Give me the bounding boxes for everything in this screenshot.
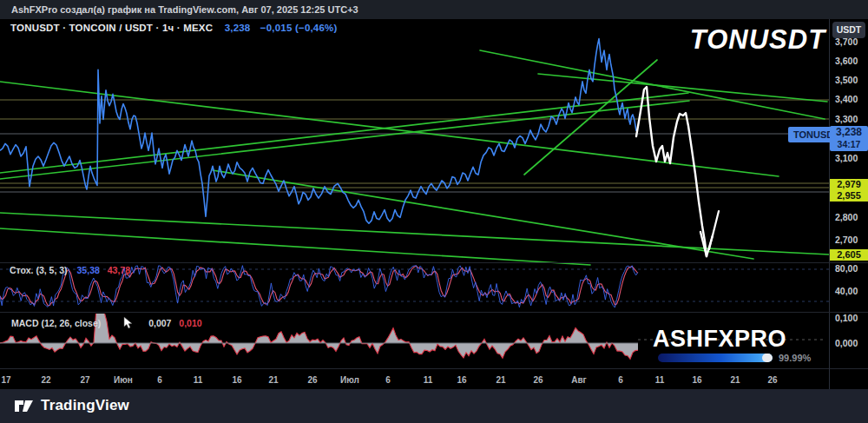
price-tick: 3,300 <box>835 114 858 124</box>
macd-value: 0,007 <box>148 318 171 328</box>
price-tick: 3,100 <box>835 153 858 163</box>
legend-last-price: 3,238 <box>225 23 251 33</box>
stoch-d-value: 43,78 <box>108 265 130 275</box>
alert-price-label: 2,605 <box>830 249 868 261</box>
stoch-k-value: 35,38 <box>77 265 100 275</box>
tradingview-logo[interactable]: TradingView <box>14 397 129 414</box>
time-axis-tick[interactable]: 22 <box>41 375 50 385</box>
legend-symbol-text[interactable]: TONUSDT · TONCOIN / USDT · 1ч · MEXC <box>10 23 213 33</box>
stoch-axis-tick: 80,00 <box>835 263 858 274</box>
tradingview-logo-icon <box>14 397 35 414</box>
time-axis-tick[interactable]: 26 <box>307 375 317 385</box>
ashfxpro-name: ASHFXPRO <box>653 327 826 350</box>
time-axis-tick[interactable]: 21 <box>268 375 278 385</box>
price-tick: 2,800 <box>835 212 858 222</box>
time-axis-tick[interactable]: 21 <box>496 375 505 385</box>
macd-title[interactable]: MACD (12, 26, close) <box>11 318 101 328</box>
cursor-icon <box>122 316 134 329</box>
time-axis-tick[interactable]: 11 <box>194 375 203 385</box>
time-axis-tick[interactable]: 11 <box>655 375 665 385</box>
time-axis[interactable]: 172227Июн611162126Июл611162126Авг6111621… <box>0 368 868 390</box>
tradingview-logo-text: TradingView <box>41 397 129 414</box>
footer-bar <box>0 389 868 423</box>
macd-axis-tick: 0,100 <box>835 313 858 323</box>
legend-change: −0,015 (−0,46%) <box>260 23 338 33</box>
time-axis-tick[interactable]: Июн <box>114 375 133 385</box>
time-axis-tick[interactable]: 16 <box>232 375 241 385</box>
alert-price-label: 2,979 <box>830 179 868 190</box>
price-tick: 3,600 <box>835 56 858 66</box>
current-price-label: 3,238 34:17 <box>830 126 868 151</box>
price-axis-divider <box>829 19 830 389</box>
progress-bar-cap <box>762 354 773 362</box>
time-axis-tick[interactable]: 6 <box>385 375 391 385</box>
stoch-legend[interactable]: Стох. (3, 5, 3) 35,38 43,78 <box>10 265 130 275</box>
price-tick: 2,700 <box>835 235 858 245</box>
price-tick: 3,500 <box>835 75 858 85</box>
alert-price-label: 2,955 <box>830 190 868 202</box>
time-axis-tick[interactable]: 26 <box>767 375 777 385</box>
bar-countdown: 34:17 <box>830 139 868 149</box>
pane-separator-macd[interactable] <box>0 312 868 313</box>
macd-axis-tick: 0,000 <box>835 338 858 348</box>
time-axis-tick[interactable]: Июл <box>340 375 359 385</box>
time-axis-tick[interactable]: 26 <box>533 375 542 385</box>
pane-separator-stoch[interactable] <box>0 262 868 263</box>
time-axis-tick[interactable]: 17 <box>1 375 10 385</box>
symbol-watermark: TONUSDT <box>688 24 827 56</box>
current-price-value: 3,238 <box>830 126 868 139</box>
stoch-axis-tick: 40,00 <box>835 286 858 296</box>
price-tick: 3,400 <box>835 94 858 104</box>
time-axis-tick[interactable]: 16 <box>692 375 701 385</box>
macd-signal-value: 0,010 <box>179 318 201 328</box>
attribution-text: AshFXPro создал(а) график на TradingView… <box>11 4 358 15</box>
stoch-title[interactable]: Стох. (3, 5, 3) <box>10 265 68 275</box>
ashfxpro-percent: 99.99% <box>779 353 811 363</box>
ashfxpro-progress-bar <box>658 354 773 362</box>
time-axis-tick[interactable]: 11 <box>424 375 433 385</box>
macd-legend[interactable]: MACD (12, 26, close) 0,007 0,010 <box>11 316 202 329</box>
time-axis-tick[interactable]: 16 <box>457 375 466 385</box>
time-axis-tick[interactable]: 6 <box>157 375 162 385</box>
time-axis-tick[interactable]: 27 <box>80 375 89 385</box>
time-axis-tick[interactable]: Авг <box>571 375 587 385</box>
time-axis-tick[interactable]: 6 <box>618 375 623 385</box>
symbol-legend[interactable]: TONUSDT · TONCOIN / USDT · 1ч · MEXC 3,2… <box>10 23 338 33</box>
ashfxpro-watermark: ASHFXPRO 99.99% <box>653 327 826 363</box>
attribution-bar: AshFXPro создал(а) график на TradingView… <box>0 0 868 19</box>
time-axis-tick[interactable]: 21 <box>730 375 740 385</box>
currency-toggle-button[interactable]: USDT <box>832 22 865 38</box>
